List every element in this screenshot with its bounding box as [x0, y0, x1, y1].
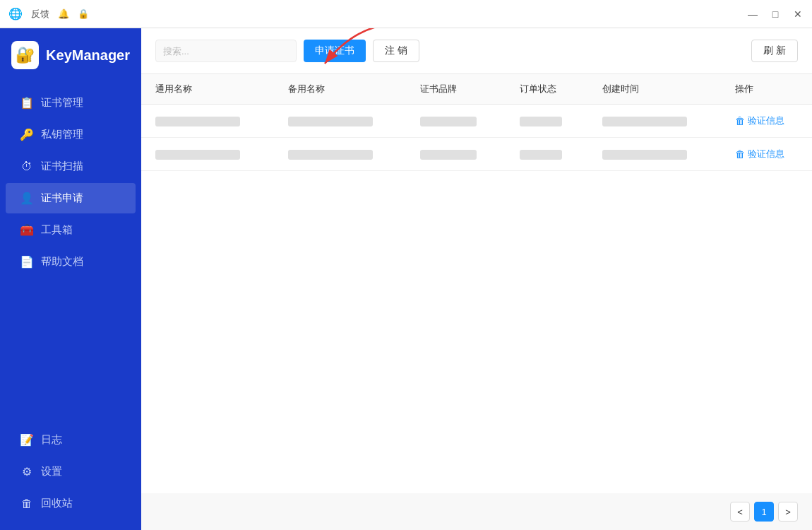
blurred-order-status [520, 117, 562, 126]
cert-scan-icon: ⏱ [20, 160, 34, 173]
verify-info-link-1[interactable]: 🗑 验证信息 [735, 114, 798, 127]
private-key-icon: 🔑 [20, 128, 34, 141]
cert-management-icon: 📋 [20, 96, 34, 110]
next-page-button[interactable]: > [778, 502, 798, 522]
sidebar: 🔐 KeyManager 📋 证书管理 🔑 私钥管理 ⏱ 证书扫描 👤 证书申请… [0, 28, 141, 530]
titlebar-icon-2[interactable]: 🔒 [78, 8, 89, 19]
content-area: 申请证书 注 销 刷 新 通用名称 备用名称 证书 [141, 28, 812, 530]
feedback-label[interactable]: 反馈 [31, 8, 49, 20]
pagination: < 1 > [141, 493, 812, 530]
maximize-button[interactable]: □ [770, 8, 781, 20]
table-row: 🗑 验证信息 [141, 138, 812, 171]
cert-table: 通用名称 备用名称 证书品牌 订单状态 创建时间 操作 [141, 74, 812, 171]
sidebar-item-recycle[interactable]: 🗑 回收站 [6, 488, 136, 519]
settings-icon: ⚙ [20, 465, 34, 478]
table-container: 通用名称 备用名称 证书品牌 订单状态 创建时间 操作 [141, 74, 812, 493]
main-layout: 🔐 KeyManager 📋 证书管理 🔑 私钥管理 ⏱ 证书扫描 👤 证书申请… [0, 28, 812, 530]
app-logo-icon: 🔐 [11, 41, 39, 69]
col-order-status: 订单状态 [506, 74, 588, 105]
log-icon: 📝 [20, 433, 34, 447]
sidebar-item-help-label: 帮助文档 [41, 255, 83, 269]
sidebar-item-log-label: 日志 [41, 433, 62, 447]
sidebar-item-settings[interactable]: ⚙ 设置 [6, 457, 136, 487]
sidebar-item-recycle-label: 回收站 [41, 497, 73, 510]
verify-info-link-2[interactable]: 🗑 验证信息 [735, 148, 798, 160]
blurred-alt-name [288, 117, 373, 126]
cell-order-status-2 [506, 138, 588, 171]
col-action: 操作 [721, 74, 812, 105]
col-common-name: 通用名称 [141, 74, 274, 105]
page-1-button[interactable]: 1 [754, 502, 774, 522]
cell-action-2[interactable]: 🗑 验证信息 [721, 138, 812, 171]
apply-cert-button[interactable]: 申请证书 [304, 40, 366, 62]
sidebar-item-private-key-label: 私钥管理 [41, 128, 83, 141]
recycle-icon: 🗑 [20, 497, 34, 510]
delete-icon-2[interactable]: 🗑 [735, 148, 745, 160]
table-header-row: 通用名称 备用名称 证书品牌 订单状态 创建时间 操作 [141, 74, 812, 105]
cert-apply-icon: 👤 [20, 192, 34, 205]
blurred-order-status-2 [520, 150, 562, 160]
col-create-time: 创建时间 [588, 74, 721, 105]
cell-common-name-2 [141, 138, 274, 171]
blurred-brand-2 [420, 150, 477, 160]
titlebar-icon-1[interactable]: 🔔 [58, 8, 69, 19]
blurred-alt-name-2 [288, 150, 373, 160]
close-button[interactable]: ✕ [792, 8, 804, 20]
sidebar-item-cert-apply[interactable]: 👤 证书申请 [6, 183, 136, 213]
sidebar-item-cert-scan-label: 证书扫描 [41, 160, 83, 173]
blurred-create-time [602, 117, 687, 126]
cell-brand-2 [406, 138, 506, 171]
sidebar-item-private-key[interactable]: 🔑 私钥管理 [6, 119, 136, 150]
col-alt-name: 备用名称 [274, 74, 407, 105]
sidebar-item-toolbox-label: 工具箱 [41, 223, 73, 237]
cell-order-status [506, 105, 588, 138]
blurred-common-name-2 [155, 150, 240, 160]
sidebar-item-help[interactable]: 📄 帮助文档 [6, 247, 136, 277]
sidebar-logo: 🔐 KeyManager [0, 28, 141, 82]
cell-action[interactable]: 🗑 验证信息 [721, 105, 812, 138]
sidebar-item-settings-label: 设置 [41, 465, 62, 478]
refresh-button[interactable]: 刷 新 [751, 40, 798, 62]
blurred-create-time-2 [602, 150, 687, 160]
title-bar-left: 🌐 反馈 🔔 🔒 [8, 7, 89, 20]
cell-create-time-2 [588, 138, 721, 171]
globe-icon: 🌐 [8, 7, 23, 20]
table-row: 🗑 验证信息 [141, 105, 812, 138]
sidebar-item-toolbox[interactable]: 🧰 工具箱 [6, 215, 136, 245]
cell-create-time [588, 105, 721, 138]
title-bar-right: — □ ✕ [747, 8, 804, 20]
sidebar-nav: 📋 证书管理 🔑 私钥管理 ⏱ 证书扫描 👤 证书申请 🧰 工具箱 📄 帮 [0, 82, 141, 419]
minimize-button[interactable]: — [747, 8, 758, 20]
sidebar-bottom: 📝 日志 ⚙ 设置 🗑 回收站 [0, 419, 141, 530]
cell-alt-name [274, 105, 407, 138]
cancel-button[interactable]: 注 销 [373, 40, 419, 62]
cell-brand [406, 105, 506, 138]
col-brand: 证书品牌 [406, 74, 506, 105]
search-input[interactable] [155, 40, 297, 62]
cell-alt-name-2 [274, 138, 407, 171]
sidebar-item-cert-management-label: 证书管理 [41, 96, 83, 110]
blurred-brand [420, 117, 477, 126]
title-bar: 🌐 反馈 🔔 🔒 — □ ✕ [0, 0, 812, 28]
toolbar: 申请证书 注 销 刷 新 [141, 28, 812, 74]
app-name: KeyManager [46, 47, 130, 64]
sidebar-item-log[interactable]: 📝 日志 [6, 425, 136, 455]
sidebar-item-cert-management[interactable]: 📋 证书管理 [6, 88, 136, 118]
sidebar-item-cert-scan[interactable]: ⏱ 证书扫描 [6, 151, 136, 182]
help-icon: 📄 [20, 255, 34, 269]
cell-common-name [141, 105, 274, 138]
toolbox-icon: 🧰 [20, 223, 34, 237]
delete-icon-1[interactable]: 🗑 [735, 115, 745, 126]
sidebar-item-cert-apply-label: 证书申请 [41, 192, 83, 205]
prev-page-button[interactable]: < [730, 502, 750, 522]
blurred-common-name [155, 117, 240, 126]
